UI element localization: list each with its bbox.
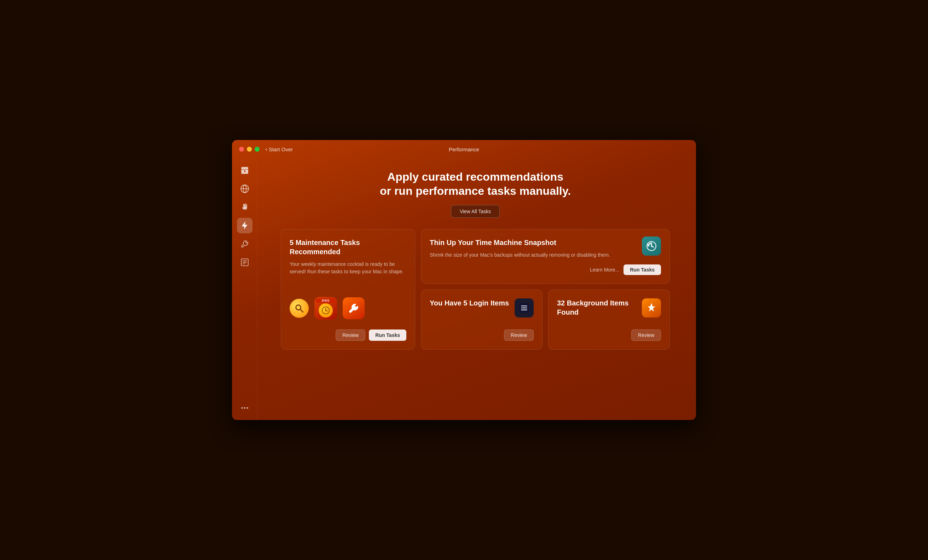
- svg-line-14: [326, 310, 327, 311]
- sidebar-item-privacy[interactable]: [237, 199, 252, 215]
- bottom-cards-row: You Have 5 Login Items: [421, 290, 670, 349]
- globe-icon: [240, 184, 249, 194]
- maintenance-card-title: 5 Maintenance Tasks Recommended: [290, 238, 406, 256]
- maintenance-card-buttons: Review Run Tasks: [290, 325, 406, 341]
- hero-title: Apply curated recommendations or run per…: [380, 170, 571, 198]
- titlebar: ‹ Start Over Performance: [232, 140, 696, 159]
- login-items-card: You Have 5 Login Items: [421, 290, 542, 349]
- app-window: ‹ Start Over Performance: [232, 140, 696, 420]
- svg-point-9: [246, 407, 248, 409]
- svg-point-8: [244, 407, 245, 409]
- lightning-icon: [240, 221, 249, 230]
- back-label: Start Over: [269, 146, 293, 153]
- sidebar-item-preferences[interactable]: [237, 400, 252, 416]
- maintenance-card: 5 Maintenance Tasks Recommended Your wee…: [281, 229, 415, 349]
- maintenance-review-button[interactable]: Review: [336, 330, 365, 341]
- tools-icon: [240, 240, 249, 249]
- disk-icon: [240, 166, 249, 175]
- svg-line-11: [301, 310, 303, 312]
- sidebar-item-files[interactable]: [237, 255, 252, 270]
- tm-card-text: Thin Up Your Time Machine Snapshot Shrin…: [430, 238, 610, 259]
- tm-card-header: Thin Up Your Time Machine Snapshot Shrin…: [430, 238, 661, 259]
- tm-card-title: Thin Up Your Time Machine Snapshot: [430, 238, 610, 247]
- background-items-header: 32 Background Items Found: [557, 298, 661, 321]
- tm-card-desc: Shrink the size of your Mac's backups wi…: [430, 251, 610, 259]
- background-items-title: 32 Background Items Found: [557, 298, 639, 317]
- tm-run-tasks-button[interactable]: Run Tasks: [624, 264, 661, 275]
- tm-card-buttons: Learn More... Run Tasks: [430, 264, 661, 275]
- traffic-lights: [239, 147, 259, 152]
- sidebar-item-performance[interactable]: [237, 218, 252, 233]
- files-icon: [240, 258, 249, 267]
- time-machine-icon: [646, 240, 658, 252]
- svg-point-7: [241, 407, 243, 409]
- tm-learn-more-link[interactable]: Learn More...: [590, 267, 619, 273]
- background-items-footer: Review: [557, 330, 661, 341]
- dots-icon: [240, 403, 249, 413]
- dns-app-icon: DNS: [314, 297, 337, 320]
- maximize-button[interactable]: [255, 147, 259, 152]
- dns-label-text: DNS: [316, 298, 336, 303]
- right-column: Thin Up Your Time Machine Snapshot Shrin…: [421, 229, 670, 349]
- close-button[interactable]: [239, 147, 244, 152]
- time-machine-card: Thin Up Your Time Machine Snapshot Shrin…: [421, 229, 670, 284]
- login-items-title: You Have 5 Login Items: [430, 298, 509, 308]
- view-all-tasks-button[interactable]: View All Tasks: [451, 205, 500, 218]
- maintenance-run-tasks-button[interactable]: Run Tasks: [369, 330, 406, 341]
- content-area: Apply curated recommendations or run per…: [258, 159, 696, 420]
- clock-icon: [322, 306, 330, 314]
- bartender-app-icon: [514, 298, 534, 317]
- background-app-icon: [642, 298, 661, 317]
- maintenance-card-desc: Your weekly maintenance cocktail is read…: [290, 261, 406, 288]
- rocket-icon: [646, 302, 658, 314]
- wrench-icon: [347, 302, 360, 314]
- bartender-icon: [518, 302, 530, 314]
- login-items-header: You Have 5 Login Items: [430, 298, 534, 317]
- window-title: Performance: [449, 146, 479, 153]
- sidebar: [232, 159, 258, 420]
- sidebar-item-ball[interactable]: [237, 181, 252, 197]
- chevron-left-icon: ‹: [265, 146, 267, 153]
- login-items-footer: Review: [430, 330, 534, 341]
- time-machine-app-icon: [642, 237, 661, 256]
- background-items-card: 32 Background Items Found Review: [548, 290, 670, 349]
- main-layout: Apply curated recommendations or run per…: [232, 159, 696, 420]
- minimize-button[interactable]: [247, 147, 252, 152]
- dns-clock-face: [319, 303, 333, 317]
- hand-icon: [240, 203, 249, 212]
- login-items-review-button[interactable]: Review: [504, 330, 534, 341]
- sidebar-item-tools[interactable]: [237, 236, 252, 252]
- maintenance-app-icons: DNS: [290, 297, 406, 320]
- back-button[interactable]: ‹ Start Over: [265, 146, 293, 153]
- cards-grid: 5 Maintenance Tasks Recommended Your wee…: [281, 229, 670, 349]
- background-items-review-button[interactable]: Review: [631, 330, 661, 341]
- magnifier-icon: [294, 303, 304, 313]
- wrench-app-icon: [343, 297, 365, 319]
- search-app-icon: [290, 299, 309, 318]
- sidebar-item-disk[interactable]: [237, 163, 252, 178]
